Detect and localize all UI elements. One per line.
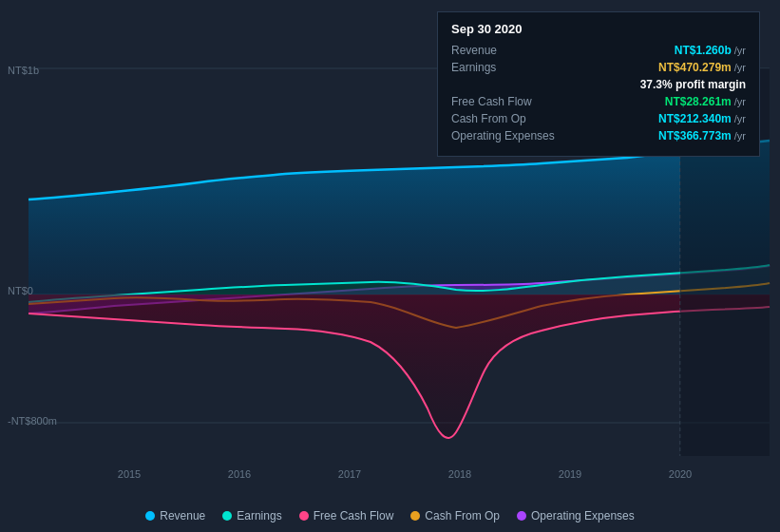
- legend-cashop[interactable]: Cash From Op: [410, 509, 500, 522]
- legend-dot-earnings: [222, 511, 232, 521]
- tooltip-title: Sep 30 2020: [451, 22, 746, 36]
- legend-fcf[interactable]: Free Cash Flow: [299, 509, 394, 522]
- legend-dot-revenue: [145, 511, 155, 521]
- x-label-2019: 2019: [559, 468, 581, 480]
- x-label-2017: 2017: [338, 468, 361, 480]
- x-label-2015: 2015: [118, 468, 141, 480]
- y-label-0: NT$0: [8, 285, 33, 296]
- x-label-2018: 2018: [448, 468, 471, 480]
- y-label-1b: NT$1b: [8, 65, 39, 76]
- tooltip-row-margin: 37.3% profit margin: [451, 78, 746, 91]
- legend-revenue[interactable]: Revenue: [145, 509, 205, 522]
- chart-area: NT$1b NT$0 -NT$800m 2015 2016 2017 2018 …: [0, 0, 780, 532]
- y-label-neg: -NT$800m: [8, 415, 57, 427]
- tooltip-row-opex: Operating Expenses NT$366.773m/yr: [451, 129, 746, 142]
- legend-dot-fcf: [299, 511, 309, 521]
- legend-opex[interactable]: Operating Expenses: [517, 509, 635, 522]
- legend-dot-opex: [517, 511, 526, 521]
- legend-earnings[interactable]: Earnings: [222, 509, 281, 522]
- legend-dot-cashop: [410, 511, 420, 521]
- tooltip-row-cashop: Cash From Op NT$212.340m/yr: [451, 112, 746, 125]
- x-label-2016: 2016: [228, 468, 251, 480]
- tooltip-row-earnings: Earnings NT$470.279m/yr: [451, 61, 746, 74]
- chart-legend: Revenue Earnings Free Cash Flow Cash Fro…: [0, 509, 780, 522]
- x-label-2020: 2020: [669, 468, 692, 480]
- tooltip-row-fcf: Free Cash Flow NT$28.261m/yr: [451, 95, 746, 108]
- data-tooltip: Sep 30 2020 Revenue NT$1.260b/yr Earning…: [437, 11, 760, 157]
- tooltip-row-revenue: Revenue NT$1.260b/yr: [451, 44, 746, 57]
